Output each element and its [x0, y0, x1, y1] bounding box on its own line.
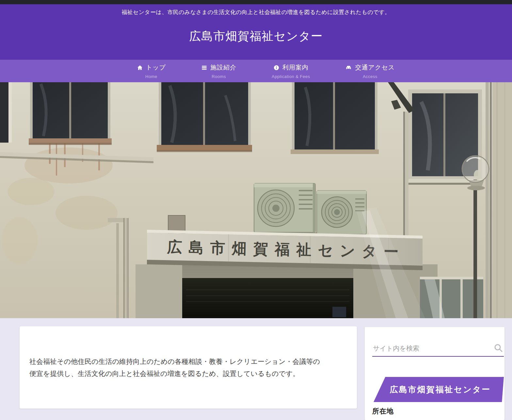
site-tagline: 福祉センターは、市民のみなさまの生活文化の向上と社会福祉の増進を図るために設置さ…	[0, 4, 512, 16]
hero-image: 広島市畑賀福祉センター	[0, 82, 512, 318]
nav-item-guide[interactable]: 利用案内 Application & Fees	[272, 63, 310, 82]
nav-item-label: 交通アクセス	[355, 63, 395, 72]
nav-item-access[interactable]: 交通アクセス Access	[345, 63, 395, 82]
info-icon	[273, 65, 280, 71]
sidebar: 広島市畑賀福祉センター 所在地	[365, 327, 504, 420]
home-icon	[137, 65, 143, 71]
sidebar-section-heading: 所在地	[372, 407, 394, 416]
sidebar-banner-title: 広島市畑賀福祉センター	[385, 384, 491, 395]
search-icon	[494, 349, 503, 353]
intro-paragraph: 社会福祉その他住民の生活の維持向上のための各種相談・教養・レクリエーション・会議…	[20, 326, 340, 380]
search-input[interactable]	[372, 343, 504, 356]
main-content-card: 社会福祉その他住民の生活の維持向上のための各種相談・教養・レクリエーション・会議…	[20, 326, 357, 409]
top-dark-bar	[0, 0, 512, 4]
nav-item-label: 施設紹介	[210, 63, 236, 72]
nav-items: トップ Home 施設紹介 Rooms 利用案内	[137, 60, 395, 82]
nav-item-home[interactable]: トップ Home	[137, 63, 166, 82]
nav-item-sublabel: Home	[145, 74, 157, 79]
sidebar-banner: 広島市畑賀福祉センター	[372, 377, 504, 402]
nav-item-sublabel: Rooms	[212, 74, 226, 79]
nav-item-rooms[interactable]: 施設紹介 Rooms	[201, 63, 236, 82]
intro-text: 社会福祉その他住民の生活の維持向上のための各種相談・教養・レクリエーション・会議…	[29, 356, 325, 380]
nav-item-label: 利用案内	[282, 63, 309, 72]
site-title[interactable]: 広島市畑賀福祉センター	[189, 28, 323, 44]
nav-item-sublabel: Access	[363, 74, 377, 79]
nav-item-sublabel: Application & Fees	[272, 74, 310, 79]
menu-icon	[201, 65, 207, 71]
car-icon	[345, 65, 352, 71]
search-form	[372, 343, 504, 357]
nav-item-label: トップ	[146, 63, 166, 72]
page: 福祉センターは、市民のみなさまの生活文化の向上と社会福祉の増進を図るために設置さ…	[0, 0, 512, 420]
main-navigation: トップ Home 施設紹介 Rooms 利用案内	[0, 60, 512, 82]
site-header: 福祉センターは、市民のみなさまの生活文化の向上と社会福祉の増進を図るために設置さ…	[0, 4, 512, 60]
search-button[interactable]	[493, 343, 503, 353]
hero-photo: 広島市畑賀福祉センター	[0, 82, 512, 318]
